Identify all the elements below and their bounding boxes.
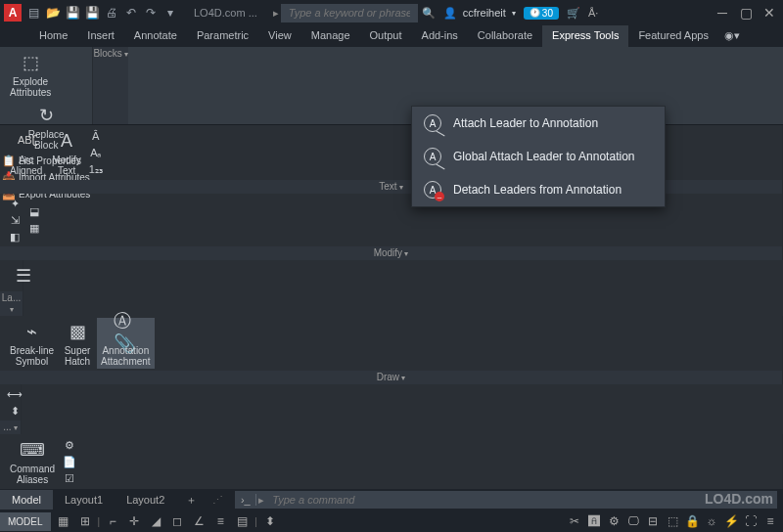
detach-leader-icon: A– <box>422 179 443 200</box>
layout-tool[interactable]: ☰ <box>6 262 41 289</box>
explode-attributes-button[interactable]: ⬚Explode Attributes <box>6 49 55 100</box>
search-input[interactable] <box>281 4 418 22</box>
modify-text-icon: A <box>55 129 78 153</box>
annotation-scale-icon[interactable]: 🅰 <box>585 512 603 530</box>
svg-text:ABʗ: ABʗ <box>18 134 37 146</box>
selection-cycling-icon[interactable]: ⬍ <box>261 512 279 530</box>
status-space[interactable]: MODEL <box>0 512 51 531</box>
modify-tool-5[interactable]: ▦ <box>25 221 43 237</box>
tab-collaborate[interactable]: Collaborate <box>468 25 542 47</box>
grid-icon[interactable]: ▦ <box>55 512 72 530</box>
ortho-icon[interactable]: ⌐ <box>104 512 121 530</box>
tab-addins[interactable]: Add-ins <box>412 25 468 47</box>
hw-accel-icon[interactable]: ⚡ <box>722 512 740 530</box>
command-prompt-icon[interactable]: ›_ <box>235 494 256 506</box>
text-tool-2[interactable]: Aₐ <box>87 145 105 160</box>
tab-parametric[interactable]: Parametric <box>187 25 258 47</box>
tab-output[interactable]: Output <box>360 25 412 47</box>
user-menu[interactable]: 👤 ccfreiheit ▾ <box>443 7 516 20</box>
modify-text-button[interactable]: AModify Text <box>48 127 84 178</box>
qat-new-icon[interactable]: ▤ <box>25 5 41 21</box>
search-icon[interactable]: 🔍 <box>422 7 436 20</box>
ribbon-group-layout: ☰ La... <box>0 260 23 316</box>
lineweight-icon[interactable]: ≡ <box>211 512 229 530</box>
user-icon: 👤 <box>443 7 457 20</box>
text-tool-3[interactable]: 1₂₃ <box>87 161 105 177</box>
monitor-icon[interactable]: 🖵 <box>624 512 642 530</box>
tab-insert[interactable]: Insert <box>77 25 124 47</box>
command-arrow-icon: ▸ <box>256 494 266 507</box>
quick-props-icon[interactable]: ⬚ <box>664 512 681 530</box>
breakline-button[interactable]: ⌁Break-line Symbol <box>6 318 58 369</box>
layout-add-button[interactable]: ＋ <box>176 493 207 508</box>
command-line[interactable]: ›_ ▸ <box>235 491 777 509</box>
qat-open-icon[interactable]: 📂 <box>45 5 61 21</box>
app-logo: A <box>4 4 22 22</box>
app-menu-icon[interactable]: Å· <box>588 7 598 19</box>
osnap-icon[interactable]: ◻ <box>168 512 186 530</box>
minimize-button[interactable]: ─ <box>713 5 732 21</box>
qat-saveas-icon[interactable]: 💾 <box>84 5 100 21</box>
menu-detach-leaders[interactable]: A– Detach Leaders from Annotation <box>412 173 665 206</box>
replace-block-icon: ↻ <box>34 104 58 127</box>
ribbon-tabs: Home Insert Annotate Parametric View Man… <box>0 25 783 47</box>
isolate-icon[interactable]: ☼ <box>703 512 720 530</box>
qat-plot-icon[interactable]: 🖨 <box>104 5 119 21</box>
close-button[interactable]: ✕ <box>760 5 779 21</box>
super-hatch-button[interactable]: ▩Super Hatch <box>60 318 95 369</box>
modify-tool-4[interactable]: ⬓ <box>25 204 43 220</box>
workspace-icon[interactable]: ⚙ <box>605 512 622 530</box>
group-title-layout[interactable]: La... <box>0 291 23 316</box>
command-input[interactable] <box>266 494 777 506</box>
layout-tab-1[interactable]: Layout1 <box>53 490 115 510</box>
breakline-icon: ⌁ <box>21 320 44 343</box>
trial-badge[interactable]: 30 <box>524 7 559 20</box>
lock-ui-icon[interactable]: 🔒 <box>683 512 701 530</box>
arc-aligned-button[interactable]: ABʗArc Aligned <box>6 127 46 178</box>
polar-icon[interactable]: ✛ <box>125 512 143 530</box>
qat-dropdown[interactable]: ▾ <box>162 5 178 21</box>
scale-icon[interactable]: ✂ <box>566 512 583 530</box>
title-bar: A ▤ 📂 💾 💾 🖨 ↶ ↷ ▾ LO4D.com ... ▸ 🔍 👤 ccf… <box>0 0 783 25</box>
qat-save-icon[interactable]: 💾 <box>65 5 80 21</box>
global-attach-icon: A <box>422 146 443 167</box>
status-bar: MODEL ▦ ⊞ | ⌐ ✛ ◢ ◻ ∠ ≡ ▤ | ⬍ ✂ 🅰 ⚙ 🖵 ⊟ … <box>0 510 783 532</box>
group-title-modify[interactable]: Modify <box>0 246 782 260</box>
snap-icon[interactable]: ⊞ <box>76 512 94 530</box>
otrack-icon[interactable]: ∠ <box>190 512 207 530</box>
modify-tool-2[interactable]: ⇲ <box>6 212 23 228</box>
tab-home[interactable]: Home <box>29 25 77 47</box>
menu-global-attach-leader[interactable]: A Global Attach Leader to Annotation <box>412 140 665 173</box>
layout-row: Model Layout1 Layout2 ＋ ⋰ ›_ ▸ <box>0 489 783 510</box>
user-dropdown-icon: ▾ <box>512 9 516 18</box>
tab-annotate[interactable]: Annotate <box>124 25 187 47</box>
tab-manage[interactable]: Manage <box>301 25 360 47</box>
layout-tab-model[interactable]: Model <box>0 490 53 510</box>
super-hatch-icon: ▩ <box>66 320 89 343</box>
tab-featured-apps[interactable]: Featured Apps <box>628 25 718 47</box>
maximize-button[interactable]: ▢ <box>736 5 756 21</box>
menu-attach-leader[interactable]: A Attach Leader to Annotation <box>412 107 665 140</box>
command-aliases-button[interactable]: ⌨Command Aliases <box>6 436 59 487</box>
cart-icon[interactable]: 🛒 <box>567 7 580 20</box>
window-title: LO4D.com ... <box>194 7 257 19</box>
quick-access-toolbar: ▤ 📂 💾 💾 🖨 ↶ ↷ ▾ <box>25 5 178 21</box>
tab-express-tools[interactable]: Express Tools <box>542 25 628 47</box>
transparency-icon[interactable]: ▤ <box>233 512 251 530</box>
units-icon[interactable]: ⊟ <box>644 512 662 530</box>
clean-screen-icon[interactable]: ⛶ <box>742 512 760 530</box>
modify-tool-1[interactable]: ✦ <box>6 196 23 211</box>
layout-tab-2[interactable]: Layout2 <box>115 490 176 510</box>
group-title-blocks[interactable]: Blocks <box>93 47 128 124</box>
tab-overflow-icon[interactable]: ◉▾ <box>718 25 746 47</box>
text-tool-1[interactable]: Ȃ <box>87 128 105 144</box>
modify-tool-3[interactable]: ◧ <box>6 229 23 244</box>
annotation-attachment-button[interactable]: Ⓐ📎Annotation Attachment <box>97 318 155 369</box>
group-title-draw[interactable]: Draw <box>0 371 782 384</box>
iso-icon[interactable]: ◢ <box>147 512 164 530</box>
customize-icon[interactable]: ≡ <box>761 512 779 530</box>
layout-resize-handle[interactable]: ⋰ <box>207 494 229 507</box>
qat-undo-icon[interactable]: ↶ <box>123 5 139 21</box>
tab-view[interactable]: View <box>258 25 301 47</box>
qat-redo-icon[interactable]: ↷ <box>143 5 159 21</box>
